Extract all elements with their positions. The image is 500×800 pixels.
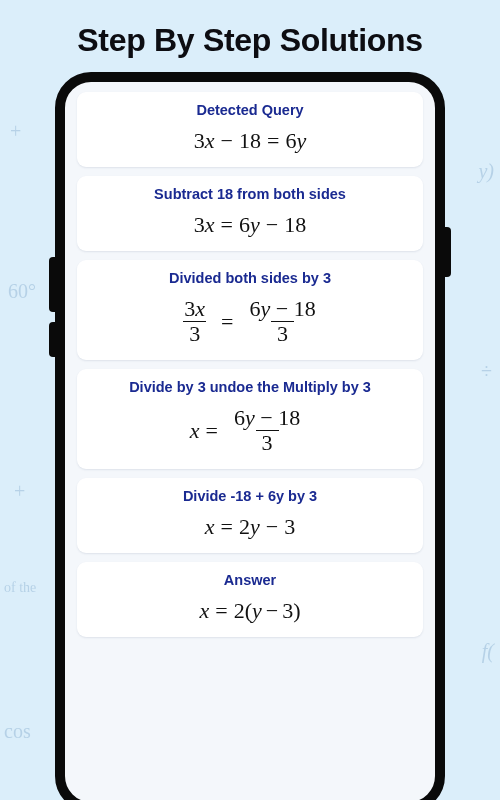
phone-frame: Detected Query 3x−18=6y Subtract 18 from… — [55, 72, 445, 800]
step-header: Answer — [89, 572, 411, 588]
step-equation: x=2y−3 — [89, 516, 411, 538]
step-header: Divide by 3 undoe the Multiply by 3 — [89, 379, 411, 395]
step-equation: 3x=6y−18 — [89, 214, 411, 236]
step-card[interactable]: Answer x=2(y−3) — [77, 562, 423, 637]
step-header: Divided both sides by 3 — [89, 270, 411, 286]
phone-side-button — [443, 227, 451, 277]
step-card[interactable]: Divide by 3 undoe the Multiply by 3 x=6y… — [77, 369, 423, 469]
step-header: Detected Query — [89, 102, 411, 118]
step-card[interactable]: Detected Query 3x−18=6y — [77, 92, 423, 167]
step-equation: 3x3=6y − 183 — [89, 298, 411, 345]
step-card[interactable]: Divided both sides by 3 3x3=6y − 183 — [77, 260, 423, 360]
step-header: Subtract 18 from both sides — [89, 186, 411, 202]
step-card[interactable]: Subtract 18 from both sides 3x=6y−18 — [77, 176, 423, 251]
step-equation: x=2(y−3) — [89, 600, 411, 622]
phone-screen: Detected Query 3x−18=6y Subtract 18 from… — [65, 82, 435, 800]
step-card[interactable]: Divide -18 + 6y by 3 x=2y−3 — [77, 478, 423, 553]
step-equation: x=6y − 183 — [89, 407, 411, 454]
step-header: Divide -18 + 6y by 3 — [89, 488, 411, 504]
page-title: Step By Step Solutions — [0, 22, 500, 59]
step-equation: 3x−18=6y — [89, 130, 411, 152]
